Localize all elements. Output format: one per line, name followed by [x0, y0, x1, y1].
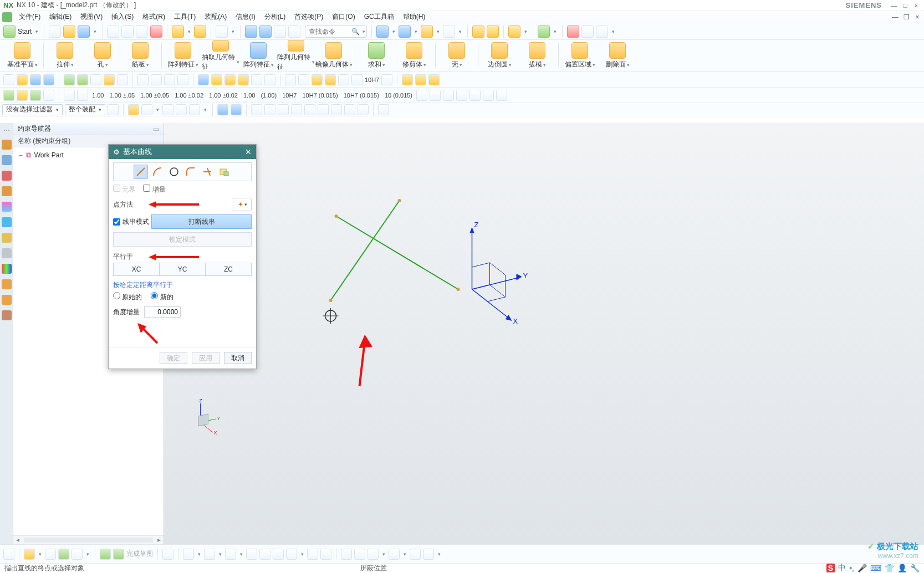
apply-button[interactable]: 应用 [192, 352, 219, 364]
open-icon[interactable] [63, 25, 75, 38]
bt-icon-1[interactable] [3, 549, 14, 560]
d2-icon-5[interactable] [64, 90, 75, 101]
bt-dim-icon[interactable] [389, 549, 400, 560]
tray-mic-icon[interactable]: 🎤 [857, 564, 867, 572]
menu-file[interactable]: 文件(F) [17, 12, 43, 22]
search-icon[interactable]: 🔍 [350, 28, 361, 35]
meas2-icon[interactable] [581, 25, 594, 38]
palette-icon[interactable] [2, 264, 12, 274]
ribbon-基准平面[interactable]: 基准平面▾ [3, 40, 41, 71]
break-string-button[interactable]: 打断线串 [151, 214, 252, 229]
angle-increment-input[interactable] [144, 306, 181, 318]
f-icon-12[interactable] [291, 104, 302, 115]
tol-token[interactable]: 10 (0.015) [383, 92, 414, 99]
d1-icon-3[interactable] [30, 74, 41, 85]
d1-icon-10[interactable] [137, 74, 149, 85]
close-button[interactable]: × [912, 2, 921, 9]
bt-rect-icon[interactable] [259, 549, 270, 560]
redo-icon[interactable] [194, 25, 206, 38]
d1-icon-15[interactable] [211, 74, 222, 85]
d1-icon-12[interactable] [164, 74, 175, 85]
radio-new[interactable]: 新的 [151, 292, 173, 302]
bt-trim2-icon[interactable] [354, 549, 365, 560]
tol-token[interactable]: 1.00 [242, 92, 257, 99]
asm-navigator-icon[interactable] [2, 155, 12, 165]
tool-b4-icon[interactable] [288, 25, 300, 38]
d2-extra-icon[interactable] [456, 90, 467, 101]
finish-sketch-label[interactable]: 完成草图 [126, 549, 153, 559]
command-search[interactable]: 🔍 ▾ [305, 25, 367, 38]
f-icon-11[interactable] [278, 104, 289, 115]
bt-spline-icon[interactable] [246, 549, 257, 560]
menu-edit[interactable]: 编辑(E) [47, 12, 74, 22]
d2-icon-2[interactable] [17, 90, 28, 101]
unbounded-checkbox[interactable]: 无界 [113, 185, 135, 195]
ribbon-拉伸[interactable]: 拉伸▾ [46, 40, 84, 71]
d1-icon-27[interactable] [402, 74, 413, 85]
f-icon-15[interactable] [331, 104, 342, 115]
d2-extra-icon[interactable] [430, 90, 441, 101]
child-min[interactable]: — [891, 13, 900, 21]
ok-button[interactable]: 确定 [160, 352, 187, 364]
tol-token[interactable]: 1.00 [90, 92, 105, 99]
bt-icon-4[interactable] [58, 549, 69, 560]
d2-extra-icon[interactable] [483, 90, 494, 101]
f-icon-1[interactable] [108, 104, 119, 115]
save-icon[interactable] [78, 25, 90, 38]
d1-icon-14[interactable] [198, 74, 209, 85]
string-mode-checkbox[interactable]: 线串模式 [113, 217, 149, 227]
asm3-icon[interactable] [508, 25, 520, 38]
bt-icon-3[interactable] [45, 549, 56, 560]
menu-format[interactable]: 格式(R) [140, 12, 167, 22]
bt-undo-icon[interactable] [162, 549, 173, 560]
tol-token[interactable]: 1.00 ±0.02 [173, 92, 205, 99]
d1-icon-20[interactable] [285, 74, 296, 85]
radio-original[interactable]: 原始的 [113, 292, 142, 302]
d2-icon-1[interactable] [3, 90, 14, 101]
d1-icon-19[interactable] [264, 74, 275, 85]
cancel-button[interactable]: 取消 [224, 352, 252, 364]
bt-poly-icon[interactable] [273, 549, 284, 560]
axis-xc[interactable]: XC [113, 263, 160, 276]
ribbon-壳[interactable]: 壳▾ [438, 40, 476, 71]
menu-tools[interactable]: 工具(T) [172, 12, 198, 22]
delete-icon[interactable] [150, 25, 162, 38]
bt-auto-icon[interactable] [423, 549, 434, 560]
bt-icon-6[interactable] [100, 549, 111, 560]
tol-token[interactable]: 10H7 (0.015) [300, 92, 339, 99]
f-icon-16[interactable] [344, 104, 355, 115]
tol-token[interactable]: 10H7 (0.015) [342, 92, 381, 99]
bt-plus-icon[interactable] [286, 549, 297, 560]
d1-icon-2[interactable] [17, 74, 28, 85]
meas1-icon[interactable] [567, 25, 579, 38]
tool-b1-icon[interactable] [245, 25, 257, 38]
f-icon-3[interactable] [141, 104, 152, 115]
d1-icon-22[interactable] [312, 74, 323, 85]
tool-b3-icon[interactable] [274, 25, 286, 38]
f-icon-14[interactable] [318, 104, 329, 115]
bt-icon-7[interactable] [113, 549, 124, 560]
d1-icon-18[interactable] [251, 74, 262, 85]
bt-arc-icon[interactable] [204, 549, 215, 560]
cut-icon[interactable] [107, 25, 119, 38]
d1-icon-8[interactable] [104, 74, 115, 85]
system-icon[interactable] [2, 279, 12, 289]
f-icon-17[interactable] [358, 104, 369, 115]
tray-kbd-icon[interactable]: ⌨ [870, 564, 881, 572]
fillet-tool-icon[interactable] [183, 165, 198, 179]
ribbon-修剪体[interactable]: 修剪体▾ [395, 40, 433, 71]
f-icon-18[interactable] [378, 104, 389, 115]
d2-icon-6[interactable] [77, 90, 88, 101]
d1-icon-6[interactable] [77, 74, 88, 85]
asm1-icon[interactable] [472, 25, 484, 38]
restore-button[interactable]: □ [901, 2, 910, 9]
meas3-icon[interactable] [596, 25, 608, 38]
tool-a-icon[interactable] [216, 25, 228, 38]
appearance-icon[interactable] [2, 202, 12, 212]
internet-icon[interactable] [2, 217, 12, 227]
d1-icon-9[interactable] [117, 74, 128, 85]
copy-icon[interactable] [121, 25, 134, 38]
menu-gc[interactable]: GC工具箱 [362, 12, 396, 22]
d1-icon-5[interactable] [64, 74, 75, 85]
d2-icon-3[interactable] [30, 90, 41, 101]
